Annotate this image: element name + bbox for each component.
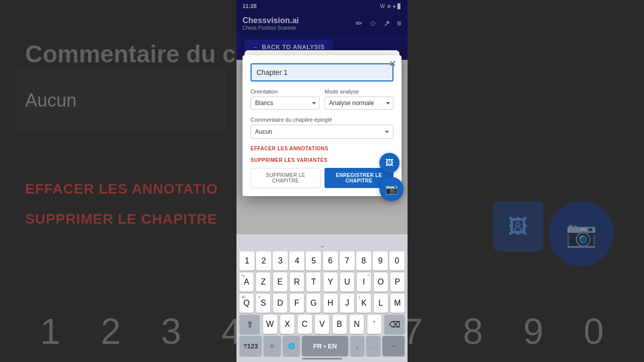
key-X[interactable]: X xyxy=(280,315,294,334)
key-G[interactable]: G xyxy=(306,294,320,313)
orientation-group: Orientation Blancs Noirs xyxy=(251,88,319,110)
key-L[interactable]: L xyxy=(374,294,388,313)
key-M[interactable]: M xyxy=(390,294,405,313)
home-indicator xyxy=(302,358,342,359)
bg-num-8: 8 xyxy=(463,311,483,352)
key-Y[interactable]: Y xyxy=(324,273,338,292)
key-I[interactable]: <I xyxy=(357,273,371,292)
pinned-section: Commentaire du chapitre épinglé Aucun xyxy=(251,117,393,139)
key-E[interactable]: E xyxy=(273,273,287,292)
keyboard-row-1: %A Z E R T Y U <I O P xyxy=(238,273,406,292)
fab-camera-button[interactable]: 📷 xyxy=(379,177,404,201)
chapter-name-field-wrapper xyxy=(251,63,393,81)
key-O[interactable]: O xyxy=(374,273,388,292)
chapter-name-input[interactable] xyxy=(251,63,393,81)
keyboard-row-3: ⇧ W X C V B N ' ⌫ xyxy=(238,315,406,334)
keyboard-row-2: @Q #S D _F G H J (K L M xyxy=(238,294,406,313)
bg-num-2: 2 xyxy=(101,311,121,352)
remove-variants-link[interactable]: SUPPRIMER LES VARIANTES xyxy=(251,157,328,163)
bg-num-3: 3 xyxy=(161,311,181,352)
orientation-mode-row: Orientation Blancs Noirs Mode analyse An… xyxy=(251,88,393,110)
action-links: EFFACER LES ANNOTATIONS SUPPRIMER LES VA… xyxy=(251,146,393,163)
key-Q[interactable]: @Q xyxy=(239,294,254,313)
key-4[interactable]: 4 xyxy=(289,251,304,270)
key-S[interactable]: #S xyxy=(256,294,270,313)
key-6[interactable]: 6 xyxy=(323,251,338,270)
key-B[interactable]: B xyxy=(333,315,347,334)
key-W[interactable]: W xyxy=(263,315,277,334)
key-1[interactable]: 1 xyxy=(239,251,255,270)
key-7[interactable]: 7 xyxy=(340,251,355,270)
orientation-select[interactable]: Blancs Noirs xyxy=(251,97,319,110)
period-key[interactable]: . xyxy=(366,336,380,356)
mode-label: Mode analyse xyxy=(325,88,393,95)
key-V[interactable]: V xyxy=(315,315,329,334)
bg-num-1: 1 xyxy=(40,311,60,352)
key-N[interactable]: N xyxy=(350,315,364,334)
key-T[interactable]: T xyxy=(306,273,320,292)
mode-group: Mode analyse Analyse normale Mode tactiq… xyxy=(325,88,393,110)
modal-close-button[interactable]: ✕ xyxy=(389,59,396,68)
enter-key[interactable]: → xyxy=(382,336,405,356)
key-C[interactable]: C xyxy=(298,315,312,334)
bottom-buttons: SUPPRIMER LE CHAPITRE ENREGISTRER LE CHA… xyxy=(251,168,393,188)
key-Z[interactable]: Z xyxy=(256,273,270,292)
delete-chapter-button[interactable]: SUPPRIMER LE CHAPITRE xyxy=(251,168,320,188)
fab-gallery-button[interactable]: 🖼 xyxy=(379,153,399,173)
bg-num-9: 9 xyxy=(523,311,543,352)
key-2[interactable]: 2 xyxy=(256,251,271,270)
phone-container: 11:28 W ⊕ ♦ ▊ Chessvision.ai Chess Posit… xyxy=(236,0,408,362)
keyboard-bottom-row: ?123 ☺ 🌐 FR • EN , . → xyxy=(238,336,406,356)
bg-red-text2: SUPPRIMER LE CHAPITRE xyxy=(25,211,217,227)
clear-annotations-link[interactable]: EFFACER LES ANNOTATIONS xyxy=(251,146,329,151)
key-5[interactable]: 5 xyxy=(306,251,321,270)
modal-dialog: ✕ Orientation Blancs Noirs Mode analyse … xyxy=(243,55,401,196)
key-F[interactable]: _F xyxy=(290,294,304,313)
key-3[interactable]: 3 xyxy=(273,251,288,270)
key-J[interactable]: J xyxy=(340,294,354,313)
comma-key[interactable]: , xyxy=(350,336,364,356)
key-8[interactable]: 8 xyxy=(356,251,371,270)
key-P[interactable]: P xyxy=(390,273,405,292)
bg-icon-image: 🖼 xyxy=(493,201,543,251)
bg-panel: Aucun xyxy=(15,70,226,131)
key-apostrophe[interactable]: ' xyxy=(367,315,381,334)
smiley-key[interactable]: ☺ xyxy=(264,336,281,356)
sym-key[interactable]: ?123 xyxy=(239,336,262,356)
pinned-select[interactable]: Aucun xyxy=(251,125,393,139)
keyboard: ⌄ 1 2 3 4 5 6 7 8 9 0 %A Z E R T Y U <I … xyxy=(236,234,408,362)
globe-key[interactable]: 🌐 xyxy=(283,336,300,356)
pinned-label: Commentaire du chapitre épinglé xyxy=(251,117,393,123)
keyboard-chevron[interactable]: ⌄ xyxy=(238,238,406,251)
key-D[interactable]: D xyxy=(273,294,287,313)
fab-area: 🖼 📷 xyxy=(379,153,404,201)
key-K[interactable]: (K xyxy=(357,294,371,313)
bg-red-text1: EFFACER LES ANNOTATIO xyxy=(25,181,218,197)
backspace-key[interactable]: ⌫ xyxy=(384,315,405,334)
language-key[interactable]: FR • EN xyxy=(302,336,348,356)
bg-num-0: 0 xyxy=(584,311,604,352)
key-9[interactable]: 9 xyxy=(373,251,388,270)
key-A[interactable]: %A xyxy=(239,273,254,292)
key-0[interactable]: 0 xyxy=(389,251,405,270)
orientation-label: Orientation xyxy=(251,88,319,95)
bg-icon-camera: 📷 xyxy=(548,201,614,266)
keyboard-number-row: 1 2 3 4 5 6 7 8 9 0 xyxy=(238,251,406,270)
key-H[interactable]: H xyxy=(324,294,338,313)
bg-aucun-text: Aucun xyxy=(25,90,76,111)
key-R[interactable]: R xyxy=(290,273,304,292)
key-U[interactable]: U xyxy=(340,273,354,292)
shift-key[interactable]: ⇧ xyxy=(239,315,260,334)
mode-select[interactable]: Analyse normale Mode tactique xyxy=(325,97,393,110)
